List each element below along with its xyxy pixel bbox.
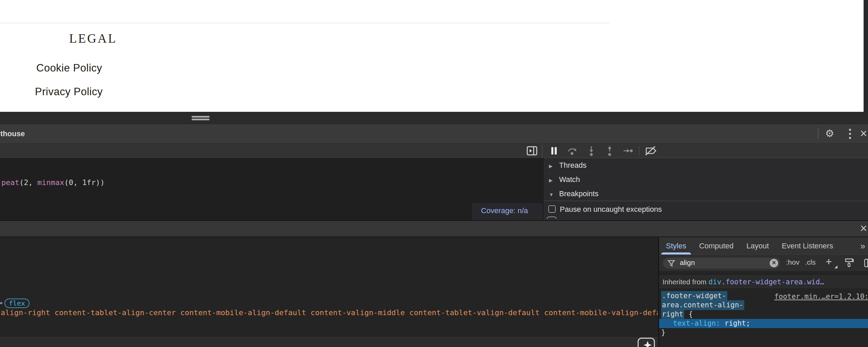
- code-token: 0: [69, 178, 73, 187]
- inherited-node-classes-link[interactable]: .footer-widget-area.wid…: [721, 278, 824, 286]
- breakpoints-section-header[interactable]: ▼Breakpoints: [544, 187, 868, 201]
- code-token: 1fr: [82, 178, 96, 187]
- inspector-toolbar: ×: [0, 220, 868, 237]
- debugger-sidebar: ▶Threads ▶Watch ▼Breakpoints Pause on un…: [543, 158, 868, 220]
- rule-selector-line[interactable]: right {: [659, 310, 868, 319]
- rule-selector-line[interactable]: area.content-align-: [659, 301, 868, 310]
- step-into-icon[interactable]: [585, 145, 597, 157]
- code-token: (: [64, 178, 68, 187]
- new-style-rule-dropdown-icon: [834, 265, 837, 268]
- styles-filter-input[interactable]: align ×: [663, 258, 780, 269]
- section-label: Breakpoints: [559, 189, 598, 198]
- new-style-rule-button[interactable]: +: [826, 256, 832, 268]
- tab-computed[interactable]: Computed: [699, 237, 734, 254]
- pause-on-uncaught-label: Pause on uncaught exceptions: [560, 205, 662, 214]
- ai-assistant-icon[interactable]: [636, 337, 656, 347]
- code-token: minmax: [37, 178, 64, 187]
- selector-match-text: right: [661, 309, 684, 319]
- toggle-navigator-icon[interactable]: [526, 145, 538, 157]
- code-token: 2: [24, 178, 28, 187]
- code-token: peat: [1, 178, 19, 187]
- code-token: ,: [73, 178, 82, 187]
- css-rule-block: footer.min.…er=1.2.10: .footer-widget- a…: [659, 288, 868, 337]
- rendering-emulation-icon[interactable]: [844, 258, 854, 269]
- property-value: right;: [725, 319, 750, 327]
- deactivate-breakpoints-icon[interactable]: [644, 145, 658, 157]
- chevron-right-icon: ▶: [549, 159, 559, 173]
- filter-funnel-icon: [667, 259, 675, 269]
- cookie-policy-link[interactable]: Cookie Policy: [36, 62, 102, 74]
- watch-section-header[interactable]: ▶Watch: [544, 172, 868, 187]
- inherited-from-label: Inherited from: [663, 278, 708, 286]
- devtools-inspector-window: × flex align-right content-tablet-align-…: [0, 220, 868, 347]
- section-label: Watch: [559, 175, 580, 184]
- screenshot-stage: LEGAL Cookie Policy Privacy Policy thous…: [0, 0, 868, 347]
- pause-script-icon[interactable]: [548, 145, 560, 157]
- step-out-icon[interactable]: [604, 145, 616, 157]
- selector-open-brace: {: [684, 310, 693, 318]
- toolbar-separator: [542, 144, 542, 158]
- selector-match-text: .footer-widget-: [661, 291, 727, 301]
- kebab-dot: [849, 133, 851, 135]
- section-label: Threads: [559, 161, 587, 169]
- devtools-tab-bar: thouse ⚙ ×: [0, 124, 868, 144]
- step-icon[interactable]: [622, 145, 634, 157]
- code-token: (: [19, 178, 24, 187]
- pause-on-uncaught-row: Pause on uncaught exceptions: [544, 201, 868, 219]
- property-name: text-align: [673, 319, 716, 327]
- toolbar-separator: [639, 146, 639, 155]
- close-devtools-icon[interactable]: ×: [859, 124, 868, 143]
- stylesheet-source-link[interactable]: footer.min.…er=1.2.10:: [774, 292, 868, 301]
- code-token: ,: [28, 178, 37, 187]
- tab-event-listeners[interactable]: Event Listeners: [782, 237, 833, 254]
- rule-closing-brace: }: [659, 328, 868, 337]
- kebab-dot: [849, 137, 851, 139]
- property-separator: :: [716, 319, 724, 327]
- threads-section-header[interactable]: ▶Threads: [544, 158, 868, 172]
- toggle-class-button[interactable]: .cls: [805, 258, 816, 266]
- element-class-attribute-text[interactable]: align-right content-tablet-align-center …: [1, 308, 658, 317]
- tab-styles[interactable]: Styles: [666, 237, 686, 254]
- settings-gear-icon[interactable]: ⚙: [823, 124, 836, 143]
- dom-tree-pane: flex align-right content-tablet-align-ce…: [0, 237, 658, 347]
- sources-toolbar: [0, 144, 868, 158]
- styles-filter-toolbar: align × :hov .cls +: [659, 255, 868, 271]
- tabbar-separator: [818, 129, 818, 139]
- legal-heading: LEGAL: [69, 31, 117, 46]
- toggle-computed-sidebar-icon[interactable]: [864, 258, 868, 269]
- more-tabs-icon[interactable]: »: [861, 237, 868, 254]
- css-source-line: peat(2, minmax(0, 1fr)): [1, 178, 105, 187]
- clear-filter-icon[interactable]: ×: [770, 259, 778, 267]
- source-editor[interactable]: peat(2, minmax(0, 1fr)) Coverage: n/a: [0, 158, 543, 220]
- selector-match-text: area.content-align-: [661, 300, 744, 310]
- privacy-policy-link[interactable]: Privacy Policy: [35, 86, 103, 98]
- styles-tab-bar: Styles Computed Layout Event Listeners »: [659, 237, 868, 255]
- footer-divider-line: [0, 23, 609, 23]
- flex-badge[interactable]: flex: [4, 299, 29, 308]
- chevron-down-icon: ▼: [549, 187, 559, 202]
- page-edge-strip: [864, 0, 868, 112]
- dom-node-fragment: [0, 302, 2, 304]
- chevron-right-icon: ▶: [549, 173, 559, 187]
- styles-sidebar-pane: Styles Computed Layout Event Listeners »…: [658, 237, 868, 347]
- kebab-dot: [849, 129, 851, 131]
- kebab-menu-icon[interactable]: [845, 124, 855, 143]
- webpage-viewport: LEGAL Cookie Policy Privacy Policy: [0, 0, 868, 112]
- inherited-from-header: Inherited from div.footer-widget-area.wi…: [659, 275, 868, 288]
- toggle-pseudo-state-button[interactable]: :hov: [786, 258, 800, 266]
- css-property-row[interactable]: text-align: right;: [659, 319, 868, 328]
- devtools-sources-window: thouse ⚙ ×: [0, 124, 868, 220]
- close-inspector-icon[interactable]: ×: [859, 221, 868, 237]
- step-over-icon[interactable]: [566, 145, 578, 157]
- pause-on-caught-checkbox-partial[interactable]: [547, 217, 556, 219]
- coverage-link[interactable]: Coverage: n/a: [481, 206, 528, 215]
- devtools-resize-splitter[interactable]: [0, 112, 868, 124]
- drag-handle: [192, 119, 210, 120]
- inherited-node-tag-link[interactable]: div: [708, 278, 721, 286]
- styles-separator: [659, 271, 868, 275]
- code-token: )): [96, 178, 105, 187]
- tab-layout[interactable]: Layout: [746, 237, 769, 254]
- tab-lighthouse-partial[interactable]: thouse: [0, 124, 27, 143]
- pause-on-uncaught-checkbox[interactable]: [548, 205, 556, 213]
- filter-value-text: align: [680, 259, 695, 267]
